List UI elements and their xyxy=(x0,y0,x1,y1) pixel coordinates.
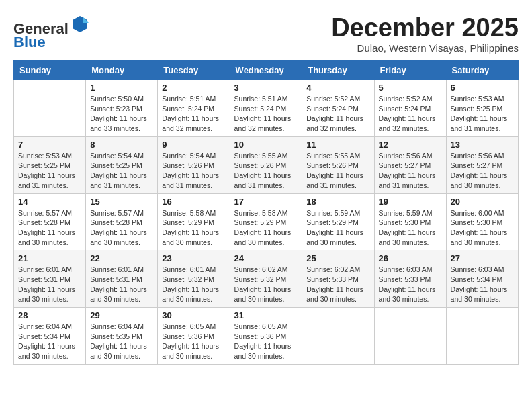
calendar-cell: 18Sunrise: 5:59 AMSunset: 5:29 PMDayligh… xyxy=(302,193,374,250)
day-of-week-header: Wednesday xyxy=(230,61,302,80)
calendar-cell: 2Sunrise: 5:51 AMSunset: 5:24 PMDaylight… xyxy=(158,80,230,137)
calendar-cell: 7Sunrise: 5:53 AMSunset: 5:25 PMDaylight… xyxy=(14,136,86,193)
day-info: Sunrise: 5:52 AMSunset: 5:24 PMDaylight:… xyxy=(379,94,442,134)
calendar-cell: 6Sunrise: 5:53 AMSunset: 5:25 PMDaylight… xyxy=(446,80,518,137)
day-info: Sunrise: 5:51 AMSunset: 5:24 PMDaylight:… xyxy=(162,94,225,134)
day-number: 8 xyxy=(90,140,153,150)
location-text: Dulao, Western Visayas, Philippines xyxy=(331,42,519,54)
calendar-cell: 30Sunrise: 6:05 AMSunset: 5:36 PMDayligh… xyxy=(158,308,230,365)
page-header: General Blue December 2025 Dulao, Wester… xyxy=(13,13,519,54)
day-number: 6 xyxy=(451,83,514,93)
day-of-week-header: Thursday xyxy=(302,61,374,80)
day-info: Sunrise: 5:54 AMSunset: 5:26 PMDaylight:… xyxy=(162,151,225,191)
day-number: 25 xyxy=(306,253,369,263)
calendar-cell: 27Sunrise: 6:03 AMSunset: 5:34 PMDayligh… xyxy=(446,250,518,308)
day-of-week-header: Saturday xyxy=(446,61,518,80)
day-of-week-header: Sunday xyxy=(14,61,86,80)
calendar-week-row: 1Sunrise: 5:50 AMSunset: 5:23 PMDaylight… xyxy=(14,80,519,137)
calendar-cell xyxy=(446,308,518,365)
day-number: 10 xyxy=(234,140,298,150)
calendar-cell xyxy=(374,308,446,365)
day-number: 13 xyxy=(451,140,514,150)
day-number: 15 xyxy=(90,197,153,207)
day-of-week-header: Friday xyxy=(374,61,446,80)
calendar-cell: 15Sunrise: 5:57 AMSunset: 5:28 PMDayligh… xyxy=(86,193,158,250)
day-number: 31 xyxy=(234,310,298,320)
day-info: Sunrise: 5:53 AMSunset: 5:25 PMDaylight:… xyxy=(451,94,514,134)
logo-blue-text: Blue xyxy=(13,34,46,50)
month-title: December 2025 xyxy=(331,13,519,42)
day-number: 1 xyxy=(90,83,153,93)
day-number: 5 xyxy=(379,83,442,93)
day-info: Sunrise: 5:57 AMSunset: 5:28 PMDaylight:… xyxy=(90,208,153,248)
day-number: 17 xyxy=(234,197,298,207)
day-of-week-header: Tuesday xyxy=(158,61,230,80)
day-info: Sunrise: 6:01 AMSunset: 5:32 PMDaylight:… xyxy=(162,265,225,304)
day-number: 14 xyxy=(18,197,81,207)
day-number: 20 xyxy=(451,197,514,207)
day-info: Sunrise: 6:05 AMSunset: 5:36 PMDaylight:… xyxy=(234,322,298,361)
day-info: Sunrise: 5:58 AMSunset: 5:29 PMDaylight:… xyxy=(162,208,225,248)
day-info: Sunrise: 5:58 AMSunset: 5:29 PMDaylight:… xyxy=(234,208,298,248)
day-number: 23 xyxy=(162,253,225,263)
day-number: 29 xyxy=(90,310,153,320)
day-number: 11 xyxy=(306,140,369,150)
calendar-cell: 17Sunrise: 5:58 AMSunset: 5:29 PMDayligh… xyxy=(230,193,302,250)
day-number: 21 xyxy=(18,253,81,263)
day-number: 30 xyxy=(162,310,225,320)
calendar-cell xyxy=(14,80,86,137)
day-number: 9 xyxy=(162,140,225,150)
calendar-cell: 8Sunrise: 5:54 AMSunset: 5:25 PMDaylight… xyxy=(86,136,158,193)
day-number: 18 xyxy=(306,197,369,207)
day-info: Sunrise: 6:02 AMSunset: 5:32 PMDaylight:… xyxy=(234,265,298,304)
calendar-cell: 3Sunrise: 5:51 AMSunset: 5:24 PMDaylight… xyxy=(230,80,302,137)
day-info: Sunrise: 6:01 AMSunset: 5:31 PMDaylight:… xyxy=(90,265,153,304)
calendar-cell: 22Sunrise: 6:01 AMSunset: 5:31 PMDayligh… xyxy=(86,250,158,308)
calendar-cell: 23Sunrise: 6:01 AMSunset: 5:32 PMDayligh… xyxy=(158,250,230,308)
calendar-cell: 19Sunrise: 5:59 AMSunset: 5:30 PMDayligh… xyxy=(374,193,446,250)
day-info: Sunrise: 5:57 AMSunset: 5:28 PMDaylight:… xyxy=(18,208,81,248)
day-number: 24 xyxy=(234,253,298,263)
day-info: Sunrise: 6:04 AMSunset: 5:34 PMDaylight:… xyxy=(18,322,81,361)
day-number: 4 xyxy=(306,83,369,93)
calendar-header-row: SundayMondayTuesdayWednesdayThursdayFrid… xyxy=(14,61,519,80)
day-number: 26 xyxy=(379,253,442,263)
calendar-cell: 14Sunrise: 5:57 AMSunset: 5:28 PMDayligh… xyxy=(14,193,86,250)
day-of-week-header: Monday xyxy=(86,61,158,80)
day-info: Sunrise: 6:03 AMSunset: 5:33 PMDaylight:… xyxy=(379,265,442,304)
calendar-cell: 24Sunrise: 6:02 AMSunset: 5:32 PMDayligh… xyxy=(230,250,302,308)
day-info: Sunrise: 6:00 AMSunset: 5:30 PMDaylight:… xyxy=(451,208,514,248)
calendar-cell: 10Sunrise: 5:55 AMSunset: 5:26 PMDayligh… xyxy=(230,136,302,193)
day-info: Sunrise: 5:56 AMSunset: 5:27 PMDaylight:… xyxy=(379,151,442,191)
calendar-cell: 13Sunrise: 5:56 AMSunset: 5:27 PMDayligh… xyxy=(446,136,518,193)
day-number: 2 xyxy=(162,83,225,93)
logo-icon xyxy=(70,13,90,34)
day-number: 27 xyxy=(451,253,514,263)
day-info: Sunrise: 6:05 AMSunset: 5:36 PMDaylight:… xyxy=(162,322,225,361)
calendar-week-row: 21Sunrise: 6:01 AMSunset: 5:31 PMDayligh… xyxy=(14,250,519,308)
day-number: 22 xyxy=(90,253,153,263)
calendar-cell: 26Sunrise: 6:03 AMSunset: 5:33 PMDayligh… xyxy=(374,250,446,308)
calendar-cell: 5Sunrise: 5:52 AMSunset: 5:24 PMDaylight… xyxy=(374,80,446,137)
day-info: Sunrise: 5:51 AMSunset: 5:24 PMDaylight:… xyxy=(234,94,298,134)
day-info: Sunrise: 5:59 AMSunset: 5:30 PMDaylight:… xyxy=(379,208,442,248)
day-info: Sunrise: 5:50 AMSunset: 5:23 PMDaylight:… xyxy=(90,94,153,134)
day-number: 16 xyxy=(162,197,225,207)
day-info: Sunrise: 5:54 AMSunset: 5:25 PMDaylight:… xyxy=(90,151,153,191)
day-info: Sunrise: 6:01 AMSunset: 5:31 PMDaylight:… xyxy=(18,265,81,304)
day-info: Sunrise: 6:04 AMSunset: 5:35 PMDaylight:… xyxy=(90,322,153,361)
calendar-week-row: 7Sunrise: 5:53 AMSunset: 5:25 PMDaylight… xyxy=(14,136,519,193)
day-info: Sunrise: 5:53 AMSunset: 5:25 PMDaylight:… xyxy=(18,151,81,191)
calendar-cell: 9Sunrise: 5:54 AMSunset: 5:26 PMDaylight… xyxy=(158,136,230,193)
day-number: 19 xyxy=(379,197,442,207)
day-info: Sunrise: 5:55 AMSunset: 5:26 PMDaylight:… xyxy=(234,151,298,191)
day-info: Sunrise: 5:56 AMSunset: 5:27 PMDaylight:… xyxy=(451,151,514,191)
calendar-week-row: 14Sunrise: 5:57 AMSunset: 5:28 PMDayligh… xyxy=(14,193,519,250)
calendar-cell: 1Sunrise: 5:50 AMSunset: 5:23 PMDaylight… xyxy=(86,80,158,137)
calendar-cell: 25Sunrise: 6:02 AMSunset: 5:33 PMDayligh… xyxy=(302,250,374,308)
day-info: Sunrise: 6:03 AMSunset: 5:34 PMDaylight:… xyxy=(451,265,514,304)
calendar-cell: 12Sunrise: 5:56 AMSunset: 5:27 PMDayligh… xyxy=(374,136,446,193)
calendar-week-row: 28Sunrise: 6:04 AMSunset: 5:34 PMDayligh… xyxy=(14,308,519,365)
calendar-cell: 20Sunrise: 6:00 AMSunset: 5:30 PMDayligh… xyxy=(446,193,518,250)
calendar-table: SundayMondayTuesdayWednesdayThursdayFrid… xyxy=(13,60,519,365)
